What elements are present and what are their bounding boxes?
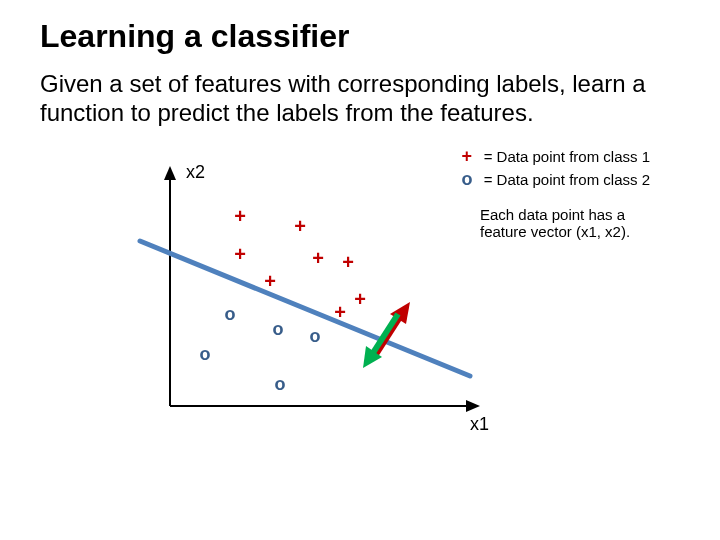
svg-line-4 — [140, 241, 470, 376]
y-axis-label: x2 — [186, 162, 205, 183]
point-class2: o — [200, 343, 211, 364]
svg-line-5 — [375, 314, 402, 356]
point-class2: o — [310, 325, 321, 346]
legend-row-class2: o = Data point from class 2 — [462, 169, 651, 190]
point-class1: + — [234, 242, 246, 265]
x-axis-label: x1 — [470, 414, 489, 435]
svg-marker-1 — [164, 166, 176, 180]
slide-title: Learning a classifier — [40, 18, 680, 55]
legend-text-class2: = Data point from class 2 — [484, 171, 650, 188]
legend-row-class1: + = Data point from class 1 — [462, 146, 651, 167]
point-class1: + — [334, 300, 346, 323]
circle-icon: o — [462, 169, 480, 190]
feature-vector-note: Each data point has a feature vector (x1… — [480, 206, 650, 240]
point-class2: o — [225, 303, 236, 324]
point-class1: + — [264, 269, 276, 292]
point-class1: + — [294, 214, 306, 237]
point-class2: o — [275, 373, 286, 394]
slide-body: Given a set of features with correspondi… — [40, 69, 680, 128]
svg-marker-3 — [466, 400, 480, 412]
chart-area: x2 x1 + = Data point from class 1 o = Da… — [40, 146, 680, 446]
plus-icon: + — [462, 146, 480, 167]
point-class1: + — [312, 246, 324, 269]
point-class1: + — [234, 204, 246, 227]
point-class2: o — [273, 318, 284, 339]
legend: + = Data point from class 1 o = Data poi… — [462, 146, 651, 192]
point-class1: + — [354, 287, 366, 310]
point-class1: + — [342, 250, 354, 273]
legend-text-class1: = Data point from class 1 — [484, 148, 650, 165]
